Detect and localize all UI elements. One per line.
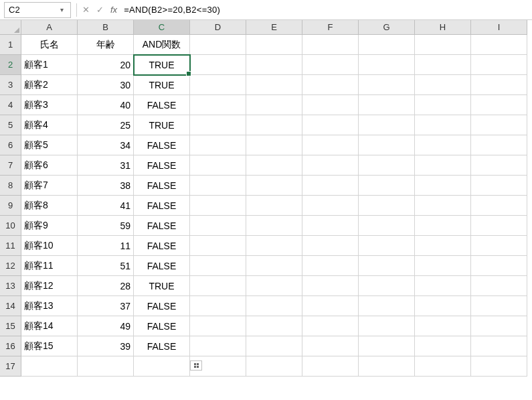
cell-E15[interactable] <box>246 316 302 336</box>
cell-H16[interactable] <box>415 336 471 356</box>
cell-H5[interactable] <box>415 115 471 135</box>
row-header-17[interactable]: 17 <box>0 356 21 377</box>
column-header-A[interactable]: A <box>21 20 78 35</box>
cell-I16[interactable] <box>471 336 527 356</box>
cell-G2[interactable] <box>359 55 415 75</box>
cell-I14[interactable] <box>471 296 527 316</box>
cell-D11[interactable] <box>190 236 246 256</box>
cell-A6[interactable]: 顧客5 <box>21 135 78 155</box>
cell-D12[interactable] <box>190 256 246 276</box>
cell-A12[interactable]: 顧客11 <box>21 256 78 276</box>
cell-E1[interactable] <box>246 35 302 55</box>
cell-B10[interactable]: 59 <box>78 216 134 236</box>
cell-C16[interactable]: FALSE <box>134 336 190 356</box>
cell-A4[interactable]: 顧客3 <box>21 95 78 115</box>
name-box[interactable]: C2 ▾ <box>4 2 71 18</box>
cell-G6[interactable] <box>359 135 415 155</box>
cell-H13[interactable] <box>415 276 471 296</box>
cell-A3[interactable]: 顧客2 <box>21 75 78 95</box>
row-header-15[interactable]: 15 <box>0 316 21 336</box>
cell-A9[interactable]: 顧客8 <box>21 196 78 216</box>
cell-B2[interactable]: 20 <box>78 55 134 75</box>
cell-F8[interactable] <box>302 176 359 196</box>
cell-I7[interactable] <box>471 155 527 176</box>
cell-F3[interactable] <box>302 75 359 95</box>
cell-C2[interactable]: TRUE <box>134 55 190 75</box>
cell-C11[interactable]: FALSE <box>134 236 190 256</box>
cell-B16[interactable]: 39 <box>78 336 134 356</box>
cell-H6[interactable] <box>415 135 471 155</box>
column-header-C[interactable]: C <box>134 20 190 35</box>
cell-H12[interactable] <box>415 256 471 276</box>
cell-F6[interactable] <box>302 135 359 155</box>
row-header-12[interactable]: 12 <box>0 256 21 276</box>
cell-E6[interactable] <box>246 135 302 155</box>
cell-C10[interactable]: FALSE <box>134 216 190 236</box>
cell-E7[interactable] <box>246 155 302 176</box>
cell-C7[interactable]: FALSE <box>134 155 190 176</box>
cell-A10[interactable]: 顧客9 <box>21 216 78 236</box>
cell-A1[interactable]: 氏名 <box>21 35 78 55</box>
cell-F7[interactable] <box>302 155 359 176</box>
cell-E12[interactable] <box>246 256 302 276</box>
cell-I12[interactable] <box>471 256 527 276</box>
cell-D14[interactable] <box>190 296 246 316</box>
cell-B11[interactable]: 11 <box>78 236 134 256</box>
cell-G14[interactable] <box>359 296 415 316</box>
cell-H2[interactable] <box>415 55 471 75</box>
cell-F17[interactable] <box>302 356 359 377</box>
cell-H4[interactable] <box>415 95 471 115</box>
cell-G1[interactable] <box>359 35 415 55</box>
cell-H11[interactable] <box>415 236 471 256</box>
cell-I17[interactable] <box>471 356 527 377</box>
cell-I9[interactable] <box>471 196 527 216</box>
cell-A16[interactable]: 顧客15 <box>21 336 78 356</box>
cell-I3[interactable] <box>471 75 527 95</box>
cell-C1[interactable]: AND関数 <box>134 35 190 55</box>
cell-G4[interactable] <box>359 95 415 115</box>
row-header-5[interactable]: 5 <box>0 115 21 135</box>
cell-F11[interactable] <box>302 236 359 256</box>
cell-C17[interactable] <box>134 356 190 377</box>
cell-C4[interactable]: FALSE <box>134 95 190 115</box>
cell-D3[interactable] <box>190 75 246 95</box>
cell-I13[interactable] <box>471 276 527 296</box>
cell-I4[interactable] <box>471 95 527 115</box>
cell-E3[interactable] <box>246 75 302 95</box>
cell-A14[interactable]: 顧客13 <box>21 296 78 316</box>
cell-B6[interactable]: 34 <box>78 135 134 155</box>
cell-I8[interactable] <box>471 176 527 196</box>
cell-D7[interactable] <box>190 155 246 176</box>
cell-I10[interactable] <box>471 216 527 236</box>
cell-C13[interactable]: TRUE <box>134 276 190 296</box>
cell-A11[interactable]: 顧客10 <box>21 236 78 256</box>
cell-C9[interactable]: FALSE <box>134 196 190 216</box>
cell-F14[interactable] <box>302 296 359 316</box>
cell-D6[interactable] <box>190 135 246 155</box>
cell-C3[interactable]: TRUE <box>134 75 190 95</box>
fx-icon[interactable]: fx <box>110 5 117 15</box>
cell-F4[interactable] <box>302 95 359 115</box>
cell-A7[interactable]: 顧客6 <box>21 155 78 176</box>
cell-C8[interactable]: FALSE <box>134 176 190 196</box>
cell-G8[interactable] <box>359 176 415 196</box>
cell-G15[interactable] <box>359 316 415 336</box>
cell-E11[interactable] <box>246 236 302 256</box>
row-header-11[interactable]: 11 <box>0 236 21 256</box>
cell-G17[interactable] <box>359 356 415 377</box>
cell-H7[interactable] <box>415 155 471 176</box>
cell-G11[interactable] <box>359 236 415 256</box>
column-header-F[interactable]: F <box>302 20 359 35</box>
cell-I6[interactable] <box>471 135 527 155</box>
row-header-10[interactable]: 10 <box>0 216 21 236</box>
cell-H3[interactable] <box>415 75 471 95</box>
cell-F16[interactable] <box>302 336 359 356</box>
cell-H9[interactable] <box>415 196 471 216</box>
cell-C5[interactable]: TRUE <box>134 115 190 135</box>
cell-G5[interactable] <box>359 115 415 135</box>
row-header-7[interactable]: 7 <box>0 155 21 176</box>
cancel-icon[interactable]: ✕ <box>82 5 90 15</box>
cell-B15[interactable]: 49 <box>78 316 134 336</box>
cell-D1[interactable] <box>190 35 246 55</box>
row-header-9[interactable]: 9 <box>0 196 21 216</box>
